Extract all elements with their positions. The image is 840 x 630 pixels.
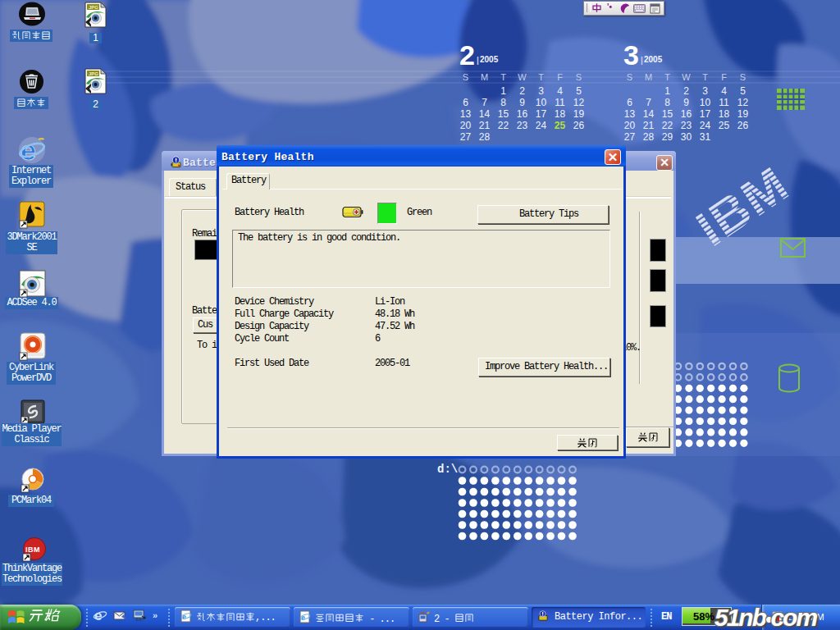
svg-text:e: e (182, 611, 186, 621)
svg-text:d:\: d:\ (437, 463, 458, 476)
svg-text:IBM: IBM (25, 546, 40, 554)
svg-text:JPG: JPG (89, 5, 98, 10)
svg-text:e: e (301, 612, 305, 622)
svg-text:JPG: JPG (89, 71, 98, 76)
